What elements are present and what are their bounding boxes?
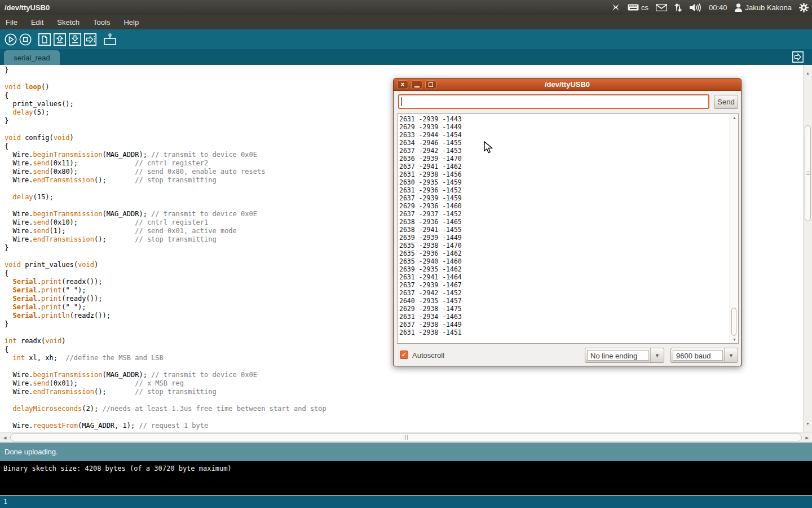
arduino-ide-screen: /dev/ttyUSB0 cs 00:40 [0, 0, 812, 508]
build-console: Binary sketch size: 4208 bytes (of a 307… [0, 461, 812, 496]
keyboard-layout-label[interactable]: cs [641, 3, 648, 12]
line-indicator-bar: 1 [0, 496, 812, 508]
serial-monitor-controls: ✓ Autoscroll No line ending ▼ 9600 baud … [394, 345, 741, 366]
clock[interactable]: 00:40 [709, 3, 727, 12]
serial-monitor-window: × /dev/ttyUSB0 Send 2631 -2939 -1443 262… [393, 78, 742, 366]
volume-icon[interactable] [690, 3, 701, 12]
status-bar: Done uploading. [0, 443, 812, 461]
username-label[interactable]: Jakub Kakona [745, 3, 792, 12]
menu-edit[interactable]: Edit [31, 18, 43, 27]
serial-scroll-thumb[interactable] [731, 308, 736, 336]
scroll-right-icon[interactable]: ▶ [806, 436, 809, 440]
line-ending-value: No line ending [587, 350, 649, 361]
scroll-up-icon[interactable]: ▲ [806, 71, 810, 75]
keyboard-icon[interactable] [628, 4, 639, 11]
serial-scrollbar[interactable]: ▲ ▼ [730, 114, 738, 343]
line-ending-select[interactable]: No line ending ▼ [585, 348, 664, 363]
chevron-down-icon[interactable]: ▼ [650, 348, 664, 362]
serial-output: 2631 -2939 -1443 2629 -2939 -1449 2633 -… [399, 115, 729, 336]
serial-output-area[interactable]: 2631 -2939 -1443 2629 -2939 -1449 2633 -… [397, 113, 739, 344]
status-message: Done uploading. [5, 448, 58, 456]
open-button[interactable] [54, 33, 66, 46]
console-output: Binary sketch size: 4208 bytes (of a 307… [0, 461, 812, 472]
mouse-cursor [484, 141, 493, 156]
serial-monitor-button[interactable] [103, 33, 117, 46]
tab-label: serial_read [14, 54, 50, 62]
baud-rate-value: 9600 baud [673, 350, 723, 361]
serial-monitor-title: /dev/ttyUSB0 [394, 80, 741, 89]
serial-scroll-down-icon[interactable]: ▼ [732, 338, 736, 341]
autoscroll-checkbox[interactable]: ✓ [400, 351, 408, 359]
verify-button[interactable] [5, 33, 17, 46]
editor-horizontal-scrollbar[interactable]: ◀ ▶ [0, 432, 812, 443]
save-button[interactable] [69, 33, 81, 46]
scroll-left-icon[interactable]: ◀ [3, 436, 6, 440]
serial-monitor-body: Send 2631 -2939 -1443 2629 -2939 -1449 2… [394, 91, 741, 366]
serial-send-input[interactable] [398, 94, 709, 109]
menu-help[interactable]: Help [123, 18, 139, 27]
system-tray: cs 00:40 Jakub Kakona [611, 0, 809, 15]
chevron-down-icon[interactable]: ▼ [724, 348, 738, 362]
line-number: 1 [3, 498, 7, 506]
session-gear-icon[interactable] [799, 3, 809, 12]
text-caret [401, 97, 402, 106]
indicator-x-icon[interactable] [611, 3, 620, 11]
tab-bar: serial_read [0, 49, 812, 65]
editor-vertical-scrollbar[interactable]: ▲ ▼ [803, 65, 812, 432]
network-arrows-icon[interactable] [674, 3, 682, 12]
serial-monitor-titlebar[interactable]: × /dev/ttyUSB0 [394, 78, 741, 91]
baud-rate-select[interactable]: 9600 baud ▼ [670, 348, 738, 363]
menu-bar: File Edit Sketch Tools Help [0, 15, 812, 29]
stop-button[interactable] [19, 33, 32, 46]
vertical-scroll-thumb[interactable] [805, 125, 811, 221]
toolbar [0, 29, 812, 49]
menu-file[interactable]: File [6, 18, 17, 27]
new-sketch-button[interactable] [38, 33, 51, 46]
window-title: /dev/ttyUSB0 [5, 3, 50, 12]
tab-serial-read[interactable]: serial_read [4, 50, 60, 65]
scroll-down-icon[interactable]: ▼ [806, 422, 810, 426]
tab-menu-button[interactable] [792, 51, 804, 63]
window-titlebar: /dev/ttyUSB0 cs 00:40 [0, 0, 812, 15]
send-button[interactable]: Send [714, 95, 738, 109]
user-icon [735, 3, 742, 12]
menu-sketch[interactable]: Sketch [57, 18, 80, 27]
serial-scroll-up-icon[interactable]: ▲ [732, 116, 736, 120]
menu-tools[interactable]: Tools [93, 18, 110, 27]
upload-button[interactable] [84, 33, 96, 46]
autoscroll-label[interactable]: Autoscroll [412, 351, 444, 360]
mail-icon[interactable] [656, 4, 667, 11]
horizontal-scroll-thumb[interactable] [10, 433, 802, 441]
